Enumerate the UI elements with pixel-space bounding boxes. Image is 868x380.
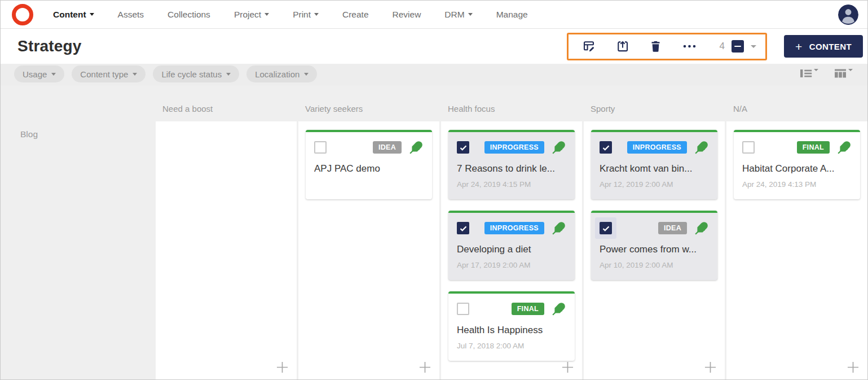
card-title: APJ PAC demo xyxy=(314,162,424,175)
card-date: Apr 12, 2019 2:00 AM xyxy=(600,180,709,189)
page-header: Strategy xyxy=(1,29,867,64)
bulk-edit-button[interactable] xyxy=(582,40,596,53)
nav-item-create[interactable]: Create xyxy=(331,10,381,20)
indeterminate-mark xyxy=(734,46,741,47)
check-icon xyxy=(602,143,610,152)
card-checkbox[interactable] xyxy=(595,217,616,239)
list-view-button[interactable] xyxy=(800,68,818,79)
nav-items: ContentAssetsCollectionsProjectPrintCrea… xyxy=(41,10,540,20)
board-column: FINALHabitat Corporate A...Apr 24, 2019 … xyxy=(726,121,867,379)
card-checkbox[interactable] xyxy=(452,137,474,158)
add-card-plus-icon xyxy=(417,360,433,375)
check-icon xyxy=(602,224,610,233)
card-date: Jul 7, 2018 2:00 AM xyxy=(457,341,566,351)
column-settings-button[interactable] xyxy=(834,68,853,79)
chevron-down-icon xyxy=(265,13,269,16)
list-view-icon xyxy=(800,68,812,79)
nav-item-collections[interactable]: Collections xyxy=(156,10,222,20)
card-top-row: INPROGRESS xyxy=(457,221,566,235)
feather-icon xyxy=(694,221,709,235)
card-checkbox[interactable] xyxy=(452,217,474,239)
add-card-button[interactable] xyxy=(275,360,290,375)
filter-bar: UsageContent typeLife cycle statusLocali… xyxy=(1,64,867,85)
card-top-row: INPROGRESS xyxy=(600,140,709,155)
filter-chips: UsageContent typeLife cycle statusLocali… xyxy=(14,65,317,82)
card-checkbox[interactable] xyxy=(452,298,474,320)
card-top-row: FINAL xyxy=(457,302,566,316)
filter-chip-life-cycle-status[interactable]: Life cycle status xyxy=(153,65,239,82)
board-column xyxy=(156,121,297,379)
selection-chevron-down-icon[interactable] xyxy=(751,45,756,48)
trash-icon xyxy=(650,40,662,53)
export-button[interactable] xyxy=(616,40,629,53)
content-card[interactable]: INPROGRESSKracht komt van bin...Apr 12, … xyxy=(591,130,717,199)
card-title: Health Is Happiness xyxy=(457,324,566,337)
card-title: Kracht komt van bin... xyxy=(600,162,709,175)
filter-chip-content-type[interactable]: Content type xyxy=(72,65,146,82)
chevron-down-icon xyxy=(90,13,94,16)
card-checkbox[interactable] xyxy=(595,137,616,158)
row-label: Blog xyxy=(1,121,156,379)
card-title: Developing a diet xyxy=(457,243,566,256)
add-card-button[interactable] xyxy=(417,360,433,375)
filter-chip-usage[interactable]: Usage xyxy=(14,65,64,82)
add-content-button[interactable]: + CONTENT xyxy=(784,35,863,58)
ellipsis-icon xyxy=(682,40,697,53)
feather-icon xyxy=(552,302,566,316)
content-card[interactable]: FINALHealth Is HappinessJul 7, 2018 2:00… xyxy=(448,291,575,361)
user-avatar-button[interactable] xyxy=(838,5,858,25)
board-columns: IDEAAPJ PAC demoINPROGRESS7 Reasons to d… xyxy=(156,121,867,379)
content-card[interactable]: FINALHabitat Corporate A...Apr 24, 2019 … xyxy=(734,130,860,199)
nav-item-drm[interactable]: DRM xyxy=(433,10,484,20)
chevron-down-icon xyxy=(304,73,309,76)
page-container: ContentAssetsCollectionsProjectPrintCrea… xyxy=(0,0,868,380)
select-all-checkbox[interactable] xyxy=(732,40,744,53)
nav-item-print[interactable]: Print xyxy=(281,10,331,20)
card-top-row: INPROGRESS xyxy=(457,140,566,155)
check-icon xyxy=(459,143,468,152)
add-card-button[interactable] xyxy=(560,360,575,375)
content-card[interactable]: IDEAAPJ PAC demo xyxy=(306,130,432,199)
columns-icon xyxy=(834,68,847,79)
column-header: Need a boost xyxy=(156,104,297,121)
page-title: Strategy xyxy=(17,37,82,55)
column-header: Variety seekers xyxy=(298,104,439,121)
column-headers: Need a boostVariety seekersHealth focusS… xyxy=(1,85,867,121)
add-card-plus-icon xyxy=(845,360,861,375)
chevron-down-icon xyxy=(51,73,56,76)
bulk-edit-icon xyxy=(582,40,596,53)
content-card[interactable]: INPROGRESS7 Reasons to drink le...Apr 24… xyxy=(448,130,575,199)
card-date: Apr 24, 2019 4:13 PM xyxy=(742,180,852,189)
add-content-label: CONTENT xyxy=(809,42,852,51)
status-badge: FINAL xyxy=(797,141,830,154)
chevron-down-icon xyxy=(314,13,319,16)
selection-group: 4 xyxy=(720,40,756,53)
filter-chip-localization[interactable]: Localization xyxy=(246,65,317,82)
add-card-plus-icon xyxy=(703,360,718,375)
nav-item-project[interactable]: Project xyxy=(222,10,281,20)
nav-item-review[interactable]: Review xyxy=(381,10,433,20)
nav-item-content[interactable]: Content xyxy=(41,10,106,20)
chevron-down-icon xyxy=(133,73,137,76)
status-badge: IDEA xyxy=(658,222,687,234)
card-title: Habitat Corporate A... xyxy=(742,162,852,175)
nav-item-manage[interactable]: Manage xyxy=(484,10,540,20)
board-column: INPROGRESSKracht komt van bin...Apr 12, … xyxy=(584,121,725,379)
app-logo-icon[interactable] xyxy=(12,4,33,25)
add-card-plus-icon xyxy=(275,360,290,375)
more-options-button[interactable] xyxy=(682,40,697,53)
content-card[interactable]: INPROGRESSDeveloping a dietApr 17, 2019 … xyxy=(448,211,575,280)
card-checkbox[interactable] xyxy=(310,137,331,158)
content-card[interactable]: IDEAPower comes from w...Apr 10, 2019 2:… xyxy=(591,211,717,280)
feather-icon xyxy=(552,140,566,155)
add-card-button[interactable] xyxy=(703,360,718,375)
delete-button[interactable] xyxy=(650,40,662,53)
kanban-board: Need a boostVariety seekersHealth focusS… xyxy=(1,85,867,379)
card-checkbox[interactable] xyxy=(738,137,759,158)
chevron-down-icon xyxy=(226,73,231,76)
feather-icon xyxy=(409,140,424,155)
add-card-button[interactable] xyxy=(845,360,861,375)
status-badge: IDEA xyxy=(373,141,402,154)
nav-item-assets[interactable]: Assets xyxy=(106,10,156,20)
plus-icon: + xyxy=(795,41,803,53)
